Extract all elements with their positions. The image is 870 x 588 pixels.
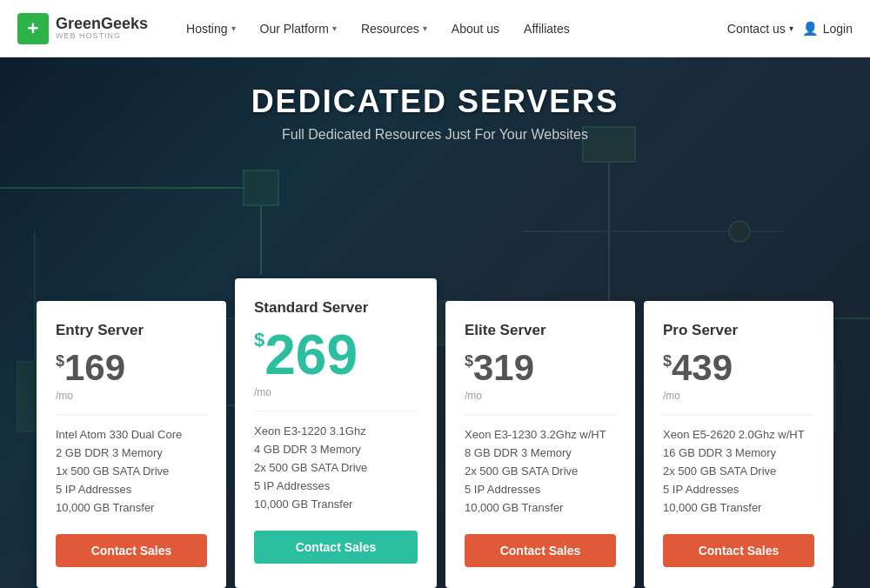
plan-card-pro: Pro Server $ 439 /mo Xeon E5-2620 2.0Ghz…: [644, 301, 833, 588]
feature-item: 10,000 GB Transfer: [465, 498, 616, 517]
contact-button[interactable]: Contact us ▾: [727, 22, 793, 36]
pricing-cards-container: Entry Server $ 169 /mo Intel Atom 330 Du…: [0, 278, 870, 588]
price-amount: 319: [473, 350, 534, 386]
price-area: $ 269: [254, 327, 418, 383]
feature-list: Xeon E5-2620 2.0Ghz w/HT 16 GB DDR 3 Mem…: [663, 414, 814, 517]
feature-item: 2x 500 GB SATA Drive: [465, 462, 616, 480]
nav-item-platform[interactable]: Our Platform ▾: [248, 0, 349, 57]
price-period: /mo: [56, 390, 207, 402]
price-amount: 439: [672, 350, 733, 386]
nav-item-resources[interactable]: Resources ▾: [349, 0, 439, 57]
plan-card-elite: Elite Server $ 319 /mo Xeon E3-1230 3.2G…: [445, 301, 635, 588]
feature-item: 5 IP Addresses: [254, 477, 418, 495]
price-symbol: $: [56, 353, 64, 369]
feature-item: 5 IP Addresses: [465, 480, 616, 498]
feature-item: 4 GB DDR 3 Memory: [254, 440, 418, 458]
contact-sales-button[interactable]: Contact Sales: [56, 534, 207, 567]
chevron-down-icon: ▾: [332, 23, 337, 33]
price-area: $ 319: [465, 350, 616, 386]
price-amount: 269: [264, 327, 358, 383]
hero-section: DEDICATED SERVERS Full Dedicated Resourc…: [0, 57, 870, 588]
feature-item: 10,000 GB Transfer: [56, 498, 207, 517]
logo-sub: WEB HOSTING: [56, 32, 148, 41]
price-area: $ 169: [56, 350, 207, 386]
feature-item: Xeon E3-1220 3.1Ghz: [254, 422, 418, 440]
price-symbol: $: [465, 353, 473, 369]
chevron-down-icon: ▾: [789, 23, 793, 33]
hero-title: DEDICATED SERVERS: [0, 84, 870, 120]
feature-item: 2x 500 GB SATA Drive: [254, 458, 418, 477]
feature-item: 2x 500 GB SATA Drive: [663, 462, 814, 480]
feature-item: Intel Atom 330 Dual Core: [56, 425, 207, 444]
hero-text: DEDICATED SERVERS Full Dedicated Resourc…: [0, 84, 870, 143]
feature-list: Intel Atom 330 Dual Core 2 GB DDR 3 Memo…: [56, 414, 207, 517]
nav-right: Contact us ▾ 👤 Login: [727, 21, 853, 37]
plan-name: Standard Server: [254, 299, 418, 317]
price-symbol: $: [663, 353, 672, 369]
contact-sales-button[interactable]: Contact Sales: [465, 534, 616, 567]
hero-subtitle: Full Dedicated Resources Just For Your W…: [0, 127, 870, 143]
price-period: /mo: [663, 390, 814, 402]
contact-sales-button[interactable]: Contact Sales: [254, 531, 418, 564]
nav-item-hosting[interactable]: Hosting ▾: [174, 0, 247, 57]
price-area: $ 439: [663, 350, 814, 386]
price-period: /mo: [465, 390, 616, 402]
svg-point-12: [729, 221, 750, 242]
feature-item: 16 GB DDR 3 Memory: [663, 444, 814, 462]
plan-card-standard: Standard Server $ 269 /mo Xeon E3-1220 3…: [235, 278, 437, 588]
chevron-down-icon: ▾: [231, 23, 236, 33]
plan-name: Pro Server: [663, 322, 814, 339]
plan-name: Entry Server: [56, 322, 207, 339]
feature-item: 10,000 GB Transfer: [254, 495, 418, 513]
logo-name: GreenGeeks: [56, 16, 148, 33]
chevron-down-icon: ▾: [423, 23, 427, 33]
login-button[interactable]: 👤 Login: [802, 21, 853, 37]
nav-item-affiliates[interactable]: Affiliates: [512, 0, 582, 57]
logo-text: GreenGeeks WEB HOSTING: [56, 16, 148, 42]
feature-item: 10,000 GB Transfer: [663, 498, 814, 517]
user-icon: 👤: [802, 21, 819, 37]
svg-rect-8: [244, 170, 278, 205]
plan-name: Elite Server: [465, 322, 616, 339]
feature-item: Xeon E3-1230 3.2Ghz w/HT: [465, 425, 616, 444]
feature-item: 2 GB DDR 3 Memory: [56, 444, 207, 462]
feature-item: Xeon E5-2620 2.0Ghz w/HT: [663, 425, 814, 444]
nav-links: Hosting ▾ Our Platform ▾ Resources ▾ Abo…: [174, 0, 727, 57]
price-symbol: $: [254, 331, 264, 350]
contact-sales-button[interactable]: Contact Sales: [663, 534, 814, 567]
logo-icon: +: [17, 13, 49, 44]
feature-item: 8 GB DDR 3 Memory: [465, 444, 616, 462]
price-amount: 169: [64, 350, 125, 386]
logo[interactable]: + GreenGeeks WEB HOSTING: [17, 13, 148, 44]
feature-item: 1x 500 GB SATA Drive: [56, 462, 207, 480]
feature-item: 5 IP Addresses: [56, 480, 207, 498]
plan-card-entry: Entry Server $ 169 /mo Intel Atom 330 Du…: [37, 301, 226, 588]
price-period: /mo: [254, 386, 418, 398]
feature-item: 5 IP Addresses: [663, 480, 814, 498]
feature-list: Xeon E3-1220 3.1Ghz 4 GB DDR 3 Memory 2x…: [254, 411, 418, 513]
navbar: + GreenGeeks WEB HOSTING Hosting ▾ Our P…: [0, 0, 870, 57]
feature-list: Xeon E3-1230 3.2Ghz w/HT 8 GB DDR 3 Memo…: [465, 414, 616, 517]
nav-item-about[interactable]: About us: [439, 0, 512, 57]
